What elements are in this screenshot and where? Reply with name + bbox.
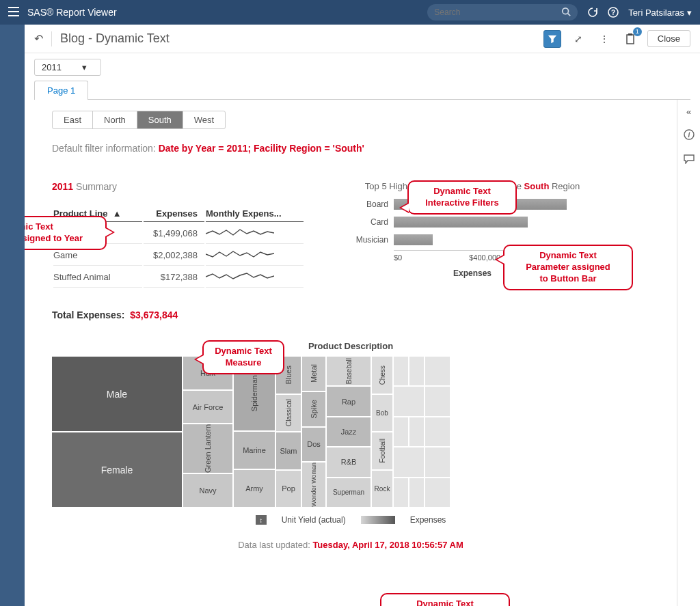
filter-info: Default filter information: Date by Year…: [52, 143, 649, 154]
left-rail: [0, 25, 25, 606]
callout-modified: Dynamic Text Table Modified Time: [380, 593, 510, 606]
tm-rock[interactable]: Rock: [372, 471, 392, 508]
tm-green[interactable]: Green Lantern: [183, 424, 232, 473]
clipboard-icon[interactable]: 1: [621, 30, 639, 48]
tm-bob[interactable]: Bob: [372, 395, 392, 432]
search-box[interactable]: [427, 4, 578, 20]
treemap-section: Product Description Male Female Hulk Air…: [52, 341, 649, 525]
updated-timestamp: Tuesday, April 17, 2018 10:56:57 AM: [312, 540, 463, 550]
callout-filters: Dynamic Text Interactive Filters: [407, 180, 517, 215]
help-icon[interactable]: ?: [608, 7, 619, 18]
treemap-legend: ↕ Unit Yield (actual) Expenses: [52, 515, 649, 525]
year-dropdown[interactable]: 2011 ▾: [34, 59, 101, 76]
badge-count: 1: [633, 27, 642, 36]
tm-female[interactable]: Female: [52, 432, 182, 507]
region-north[interactable]: North: [93, 111, 137, 128]
callout-measure: Dynamic Text Measure: [202, 340, 284, 374]
region-south[interactable]: South: [137, 111, 183, 128]
divider: [51, 31, 52, 46]
tm-rnb[interactable]: R&B: [327, 447, 371, 476]
fullscreen-icon[interactable]: ⤢: [569, 30, 587, 48]
tm-baseball[interactable]: Baseball: [327, 357, 371, 385]
tm-marine[interactable]: Marine: [234, 432, 275, 469]
legend-color: Expenses: [410, 515, 446, 525]
user-name: Teri Patsilaras: [628, 8, 684, 18]
app-title: SAS® Report Viewer: [27, 7, 117, 18]
tm-dos[interactable]: Dos: [302, 428, 325, 462]
filter-value: Date by Year = 2011; Facility Region = '…: [159, 143, 364, 154]
summary-panel: 2011 Summary Product Line ▲ Expenses Mon…: [52, 181, 305, 320]
comment-icon[interactable]: [684, 154, 695, 166]
bar-musician[interactable]: [394, 234, 433, 245]
svg-rect-4: [628, 33, 632, 36]
workspace: ↶ Blog - Dynamic Text ⤢ ⋮ 1 Close 2011: [0, 25, 700, 606]
tm-classical[interactable]: Classical: [276, 395, 301, 432]
tm-pop[interactable]: Pop: [276, 471, 301, 508]
app-window: SAS® Report Viewer ? Teri Patsilaras ▾ ↶…: [0, 0, 700, 606]
svg-rect-3: [627, 35, 634, 44]
info-icon[interactable]: i: [684, 129, 695, 142]
tm-airforce[interactable]: Air Force: [183, 391, 232, 424]
top-bar: SAS® Report Viewer ? Teri Patsilaras ▾: [0, 0, 700, 25]
color-gradient-icon: [361, 516, 395, 524]
filter-prefix: Default filter information:: [52, 143, 159, 154]
canvas: ↶ Blog - Dynamic Text ⤢ ⋮ 1 Close 2011: [25, 25, 700, 606]
summary-suffix: Summary: [73, 181, 117, 192]
updated-prefix: Data last updated:: [238, 540, 312, 550]
tab-page-1[interactable]: Page 1: [34, 81, 88, 100]
region-west[interactable]: West: [183, 111, 225, 128]
tm-slam[interactable]: Slam: [276, 432, 301, 469]
back-icon[interactable]: ↶: [34, 32, 43, 45]
year-selected: 2011: [42, 62, 62, 72]
callout-year: Dynamic Text Parameter assigned to Year: [25, 216, 107, 250]
tm-spike[interactable]: Spike: [302, 392, 325, 426]
legend-size: Unit Yield (actual): [282, 515, 346, 525]
col-expenses[interactable]: Expenses: [144, 206, 204, 222]
size-swatch-icon: ↕: [256, 515, 267, 525]
tm-chess[interactable]: Chess: [372, 357, 392, 394]
search-input[interactable]: [434, 8, 561, 17]
tm-jazz[interactable]: Jazz: [327, 417, 371, 446]
last-updated: Data last updated: Tuesday, April 17, 20…: [52, 540, 649, 550]
tm-football[interactable]: Football: [372, 432, 392, 469]
report-title: Blog - Dynamic Text: [60, 31, 170, 46]
chevron-down-icon: ▾: [687, 8, 692, 18]
total-label: Total Expenses:: [52, 309, 124, 320]
svg-point-0: [563, 8, 569, 14]
svg-text:i: i: [688, 131, 690, 139]
region-east[interactable]: East: [53, 111, 93, 128]
tm-rap[interactable]: Rap: [327, 387, 371, 415]
more-icon[interactable]: ⋮: [595, 30, 613, 48]
filter-toggle-icon[interactable]: [543, 30, 561, 48]
tm-male[interactable]: Male: [52, 357, 182, 431]
search-icon[interactable]: [561, 7, 571, 18]
right-rail: « i: [677, 100, 700, 606]
callout-buttonbar: Dynamic Text Parameter assigned to Butto…: [503, 245, 633, 290]
page-tabs: Page 1: [34, 80, 690, 100]
sub-toolbar: 2011 ▾ Page 1: [25, 53, 700, 100]
tm-superman[interactable]: Superman: [327, 478, 371, 507]
chevron-down-icon: ▾: [82, 62, 87, 72]
refresh-icon[interactable]: [587, 7, 598, 18]
bar-card[interactable]: [394, 217, 528, 228]
report-toolbar: ↶ Blog - Dynamic Text ⤢ ⋮ 1 Close: [25, 25, 700, 53]
table-row[interactable]: Stuffed Animal$172,388: [53, 267, 304, 288]
treemap: Male Female Hulk Air Force Green Lantern…: [52, 357, 649, 507]
close-button[interactable]: Close: [647, 30, 690, 47]
summary-year: 2011: [52, 181, 73, 192]
tm-army[interactable]: Army: [234, 470, 275, 507]
user-menu[interactable]: Teri Patsilaras ▾: [628, 8, 692, 18]
summary-title: 2011 Summary: [52, 181, 305, 192]
tm-wonder[interactable]: Wonder Woman: [302, 463, 325, 507]
region-buttonbar: East North South West: [52, 111, 226, 129]
col-monthly[interactable]: Monthly Expens...: [206, 206, 304, 222]
total-expenses: Total Expenses: $3,673,844: [52, 309, 305, 320]
menu-icon[interactable]: [8, 7, 19, 18]
collapse-icon[interactable]: «: [686, 107, 691, 117]
page-body: East North South West Default filter inf…: [25, 100, 677, 606]
total-value: $3,673,844: [130, 309, 178, 320]
tm-navy[interactable]: Navy: [183, 474, 232, 507]
tm-metal[interactable]: Metal: [302, 357, 325, 391]
svg-text:?: ?: [611, 9, 615, 16]
treemap-title: Product Description: [52, 341, 649, 351]
